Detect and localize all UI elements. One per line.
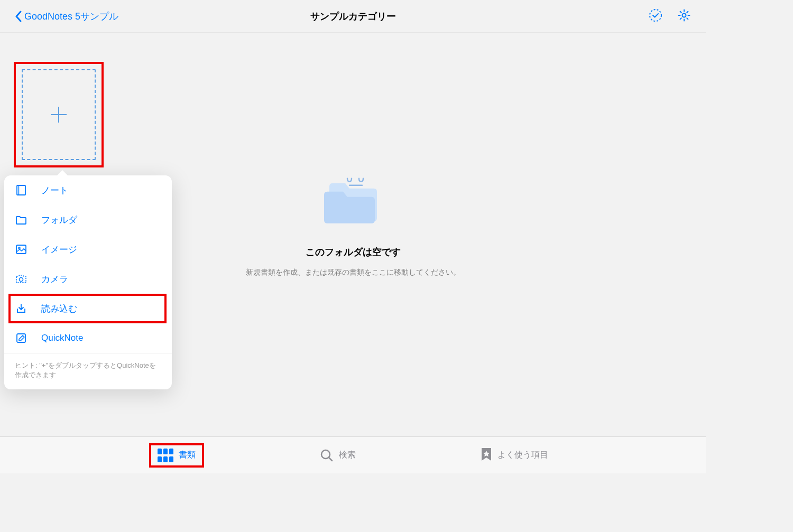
page-title: サンプルカテゴリー [310, 10, 396, 23]
grid-icon [158, 449, 173, 462]
search-icon [320, 449, 334, 462]
notebook-icon [15, 184, 27, 197]
empty-state: このフォルダは空です 新規書類を作成、または既存の書類をここに移動してください。 [246, 171, 460, 277]
empty-subtitle: 新規書類を作成、または既存の書類をここに移動してください。 [246, 268, 460, 277]
svg-rect-9 [17, 334, 25, 342]
svg-rect-12 [163, 449, 168, 454]
svg-point-7 [19, 247, 20, 249]
back-button[interactable]: GoodNotes 5サンプル [15, 10, 118, 23]
plus-icon [49, 105, 69, 125]
svg-line-18 [329, 458, 332, 461]
svg-point-8 [20, 278, 23, 282]
import-icon [15, 302, 27, 315]
popover-item-label: イメージ [41, 244, 77, 256]
popover-item-quicknote[interactable]: QuickNote [15, 323, 161, 353]
svg-rect-16 [169, 456, 173, 462]
tab-search[interactable]: 検索 [313, 445, 362, 465]
popover-item-image[interactable]: イメージ [15, 235, 161, 264]
tab-label: 書類 [179, 450, 196, 461]
image-icon [15, 243, 27, 256]
tab-documents[interactable]: 書類 [151, 445, 202, 465]
popover-item-notebook[interactable]: ノート [15, 175, 161, 205]
star-badge-icon [481, 448, 492, 463]
svg-rect-15 [163, 456, 168, 462]
popover-item-label: カメラ [41, 273, 68, 285]
chevron-left-icon [15, 11, 22, 22]
svg-rect-4 [17, 185, 25, 195]
add-tile-highlight [14, 62, 104, 167]
quicknote-icon [15, 332, 27, 344]
popover-item-label: ノート [41, 184, 68, 197]
popover-item-label: 読み込む [41, 303, 77, 315]
camera-icon [15, 273, 27, 285]
empty-folder-icon [246, 171, 460, 231]
popover-item-camera[interactable]: カメラ [15, 264, 161, 294]
popover-hint: ヒント: "+"をダブルタップするとQuickNoteを作成できます [4, 353, 172, 389]
empty-title: このフォルダは空です [246, 246, 460, 258]
create-popover: ノート フォルダ イメージ [4, 175, 172, 389]
select-icon[interactable] [649, 8, 662, 24]
tab-favorites[interactable]: よく使う項目 [474, 445, 555, 466]
folder-icon [15, 213, 27, 226]
back-label: GoodNotes 5サンプル [24, 10, 118, 23]
header-actions [649, 8, 691, 24]
svg-rect-14 [158, 456, 162, 462]
svg-rect-13 [169, 449, 173, 454]
main-content: ノート フォルダ イメージ [0, 33, 706, 436]
tab-label: よく使う項目 [497, 450, 548, 461]
tabbar: 書類 検索 よく使う項目 [0, 436, 706, 473]
popover-item-label: フォルダ [41, 214, 77, 226]
svg-point-0 [650, 10, 661, 21]
new-document-button[interactable] [22, 69, 96, 160]
popover-item-import[interactable]: 読み込む [15, 294, 161, 323]
svg-rect-11 [158, 449, 162, 454]
svg-point-1 [683, 13, 686, 17]
header: GoodNotes 5サンプル サンプルカテゴリー [0, 0, 706, 33]
popover-item-label: QuickNote [41, 333, 83, 343]
tab-label: 検索 [339, 450, 356, 461]
gear-icon[interactable] [677, 8, 691, 24]
popover-item-folder[interactable]: フォルダ [15, 205, 161, 235]
